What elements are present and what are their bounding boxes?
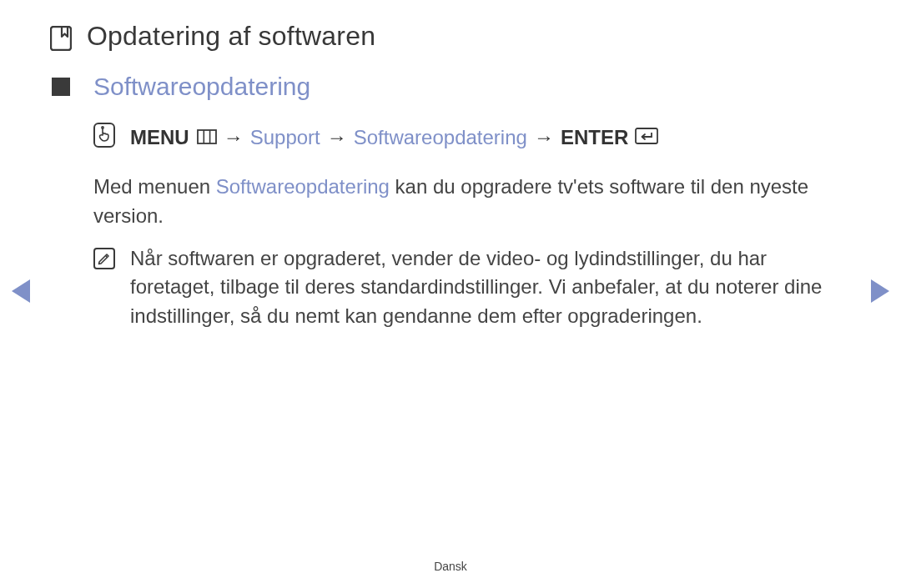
- enter-key-icon: [635, 126, 658, 149]
- page-content: Opdatering af softwaren Softwareopdateri…: [0, 0, 901, 331]
- section-title: Softwareopdatering: [93, 73, 310, 101]
- breadcrumb-update: Softwareopdatering: [354, 126, 527, 149]
- language-footer: Dansk: [0, 560, 901, 573]
- svg-rect-3: [198, 130, 216, 143]
- arrow-icon: →: [534, 126, 554, 149]
- breadcrumb-menu-label: MENU: [130, 126, 189, 149]
- svg-rect-6: [636, 128, 657, 143]
- title-row: Opdatering af softwaren: [50, 21, 851, 54]
- body-accent: Softwareopdatering: [216, 175, 390, 198]
- breadcrumb-support: Support: [250, 126, 320, 149]
- section-row: Softwareopdatering: [52, 73, 851, 101]
- bookmark-icon: [50, 26, 72, 54]
- body-pre: Med menuen: [93, 175, 216, 198]
- note-row: Når softwaren er opgraderet, vender de v…: [93, 244, 851, 331]
- square-bullet-icon: [52, 78, 70, 96]
- hand-pointer-icon: [93, 123, 115, 153]
- prev-page-arrow[interactable]: [12, 279, 30, 303]
- menu-grid-icon: [197, 126, 217, 149]
- arrow-icon: →: [224, 126, 244, 149]
- next-page-arrow[interactable]: [871, 279, 889, 303]
- body-paragraph: Med menuen Softwareopdatering kan du opg…: [93, 173, 851, 231]
- breadcrumb-enter-label: ENTER: [561, 126, 628, 149]
- svg-rect-1: [94, 123, 114, 147]
- page-title: Opdatering af softwaren: [87, 21, 375, 52]
- note-text: Når softwaren er opgraderet, vender de v…: [130, 244, 851, 331]
- note-pencil-icon: [93, 248, 115, 278]
- svg-line-8: [106, 255, 108, 257]
- breadcrumb: MENU → Support → Softwareopdatering → EN…: [93, 123, 851, 153]
- arrow-icon: →: [327, 126, 347, 149]
- svg-rect-7: [94, 249, 114, 269]
